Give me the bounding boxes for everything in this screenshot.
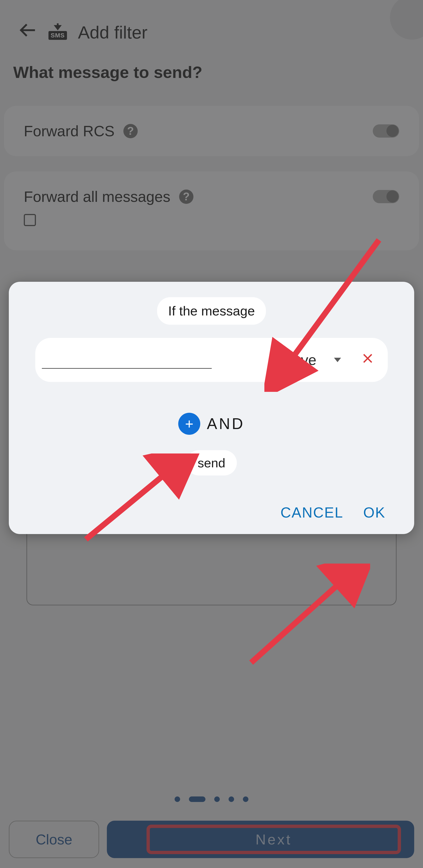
- ok-button[interactable]: OK: [363, 504, 386, 521]
- condition-operator-select[interactable]: have: [217, 351, 350, 368]
- and-label: AND: [207, 415, 245, 433]
- condition-input[interactable]: [42, 351, 212, 369]
- modal-title: If the message: [157, 297, 266, 325]
- add-condition-row[interactable]: + AND: [31, 413, 392, 435]
- chevron-down-icon: [334, 358, 341, 362]
- condition-row: have: [35, 338, 388, 382]
- send-pill: send: [186, 450, 237, 475]
- plus-icon: +: [178, 413, 200, 435]
- remove-condition-button[interactable]: [361, 351, 374, 369]
- condition-operator-label: have: [285, 351, 316, 368]
- filter-modal: If the message have + AND send CANCEL OK: [9, 282, 414, 534]
- cancel-button[interactable]: CANCEL: [280, 504, 343, 521]
- modal-actions: CANCEL OK: [31, 504, 392, 521]
